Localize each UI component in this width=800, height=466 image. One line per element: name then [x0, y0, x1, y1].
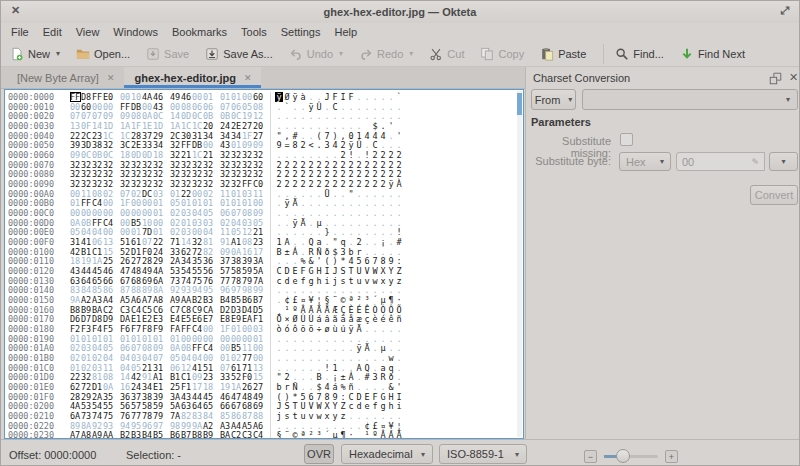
hex-row[interactable]: 0000:0030130F141D1A1F1E1D1A1C1C20242E272… — [8, 121, 515, 131]
hex-row[interactable]: 0000:01900101010101010101010000000000000… — [8, 334, 515, 344]
window-restore-icon[interactable]: ⤢ — [780, 4, 789, 17]
redo-button[interactable]: Redo▾ — [354, 44, 418, 64]
zoom-out-button[interactable]: − — [584, 450, 597, 463]
substitute-byte-dropdown[interactable]: ▾ — [769, 152, 798, 171]
row-bytes: 001108020702DC030122000211010311 — [70, 189, 264, 199]
hex-row[interactable]: 0000:0220898A92939495969798999AA2A3A4A5A… — [8, 421, 515, 431]
save-button[interactable]: Save — [141, 44, 194, 64]
window-close-icon[interactable]: ✕ — [11, 4, 20, 17]
detach-panel-icon[interactable] — [769, 72, 782, 85]
row-bytes: 0504040000017D010203000411051221 — [70, 227, 264, 237]
convert-button[interactable]: Convert — [750, 185, 798, 205]
hex-row[interactable]: 0000:01D022328108144291A1B1C109233352F01… — [8, 372, 515, 382]
menu-item-settings[interactable]: Settings — [274, 24, 328, 40]
hex-row[interactable]: 0000:00C00000000000000001020304050607080… — [8, 208, 515, 218]
scrollbar-thumb[interactable] — [517, 93, 522, 115]
hex-row[interactable]: 0000:00803232323232323232323232323232323… — [8, 169, 515, 179]
hex-row[interactable]: 0000:0120434445464748494A535455565758595… — [8, 266, 515, 276]
row-offset: 0000:0180 — [8, 324, 64, 334]
hex-row[interactable]: 0000:01E06272D10A162434E125F11718191A262… — [8, 382, 515, 392]
hex-row[interactable]: 0000:0060090C0B0C180D0D1832211C213232323… — [8, 150, 515, 160]
undo-button[interactable]: Undo▾ — [284, 44, 348, 64]
copy-button[interactable]: Copy — [475, 44, 529, 64]
status-bar: Offset: 0000:0000 Selection: - OVR Hexad… — [1, 439, 799, 466]
tab-new-byte-array[interactable]: [New Byte Array]✕ — [7, 67, 124, 88]
save-as-button[interactable]: Save As... — [200, 44, 278, 64]
find-next-button[interactable]: Find Next — [675, 44, 750, 64]
hex-row[interactable]: 0000:011018191A25262728292A3435363738393… — [8, 256, 515, 266]
hex-row[interactable]: 0000:01B00201020404030407050404000102770… — [8, 353, 515, 363]
tab-close-icon[interactable]: ✕ — [244, 73, 252, 83]
hex-row[interactable]: 0000:00F031410613516107227114328191A1082… — [8, 237, 515, 247]
zoom-slider[interactable] — [604, 455, 658, 458]
hex-row[interactable]: 0000:00A0001108020702DC03012200021101031… — [8, 189, 515, 199]
paste-button[interactable]: Paste — [535, 44, 591, 64]
hex-row[interactable]: 0000:0160B8B9BAC2C3C4C5C6C7C8C9CAD2D3D4D… — [8, 305, 515, 315]
hex-row[interactable]: 0000:02106A737475767778797A8283848586878… — [8, 411, 515, 421]
row-offset: 0000:0130 — [8, 276, 64, 286]
menu-item-tools[interactable]: Tools — [234, 24, 274, 40]
substitute-missing-checkbox[interactable] — [620, 133, 633, 146]
hex-row[interactable]: 0000:0040222C231C1C2837292C30313434341F2… — [8, 131, 515, 141]
row-characters: CDEFGHIJSTUVWXYZ — [270, 266, 403, 276]
hex-row[interactable]: 0000:01A002030405060708090A0BFFC400B5110… — [8, 343, 515, 353]
hex-row[interactable]: 0000:01F028292A35363738393A4344454647484… — [8, 392, 515, 402]
vertical-scrollbar[interactable] — [517, 91, 522, 437]
charset-select[interactable]: ISO-8859-1 ▾ — [439, 444, 527, 464]
row-offset: 0000:01E0 — [8, 382, 64, 392]
tab-close-icon[interactable]: ✕ — [107, 73, 115, 83]
hex-row[interactable]: 0000:0000FFD8FFE000104A46494600010101006… — [8, 92, 515, 102]
hex-row[interactable]: 0000:02004A535455565758595A6364656667686… — [8, 402, 515, 412]
menu-item-help[interactable]: Help — [327, 24, 364, 40]
title-bar[interactable]: ✕ ghex-hex-editor.jpg — Okteta ⤢ — [1, 1, 799, 23]
hex-row[interactable]: 0000:00200707070909080A0C140D0C0B0B0C191… — [8, 111, 515, 121]
hex-row[interactable]: 0000:01C00102031104052131061241510761711… — [8, 363, 515, 373]
tab-ghex-hex-editor[interactable]: ghex-hex-editor.jpg✕ — [124, 67, 261, 88]
menu-item-file[interactable]: File — [4, 24, 36, 40]
hex-editor-view[interactable]: 0000:0000FFD8FFE000104A46494600010101006… — [4, 89, 524, 439]
hex-row[interactable]: 0000:00903232323232323232323232323232FFC… — [8, 179, 515, 189]
menu-item-view[interactable]: View — [69, 24, 107, 40]
menu-item-windows[interactable]: Windows — [106, 24, 165, 40]
row-bytes: 00600000FFDB00430008060607060508 — [70, 102, 264, 112]
row-offset: 0000:0020 — [8, 111, 64, 121]
value-coding-select[interactable]: Hexadecimal ▾ — [341, 444, 433, 464]
find-next-icon — [680, 47, 694, 61]
hex-row[interactable]: 0000:00E00504040000017D01020300041105122… — [8, 227, 515, 237]
hex-row[interactable]: 0000:0170D6D7D8D9DAE1E2E3E4E5E6E7E8E9EAF… — [8, 314, 515, 324]
new-button[interactable]: New▾ — [5, 44, 65, 64]
hex-row[interactable]: 0000:0230A7A8A9AAB2B3B4B5B6B7B8B9BAC2C3C… — [8, 431, 515, 438]
row-characters: ................ — [270, 285, 403, 295]
chevron-down-icon: ▾ — [786, 95, 790, 104]
hex-row[interactable]: 0000:00703232323232323232323232323232323… — [8, 160, 515, 170]
target-charset-select[interactable]: ▾ — [582, 89, 798, 110]
conversion-direction-select[interactable]: From ▾ — [531, 89, 576, 110]
close-panel-icon[interactable]: ✕ — [789, 71, 798, 84]
hex-rows[interactable]: 0000:0000FFD8FFE000104A46494600010101006… — [8, 92, 515, 438]
hex-row[interactable]: 0000:001000600000FFDB0043000806060706050… — [8, 102, 515, 112]
hex-row[interactable]: 0000:010042B1C11552D1F02433627282090A161… — [8, 247, 515, 257]
hex-row[interactable]: 0000:0140838485868788898A929394959697989… — [8, 285, 515, 295]
hex-row[interactable]: 0000:00B001FFC4001F000001050101010101010… — [8, 198, 515, 208]
overwrite-mode-toggle[interactable]: OVR — [304, 444, 334, 464]
toolbar-separator — [603, 44, 604, 64]
find-button[interactable]: Find... — [610, 44, 669, 64]
zoom-slider-handle[interactable] — [616, 449, 630, 463]
row-characters: òóôõö÷øùúÿÄ..... — [270, 324, 403, 334]
menu-item-edit[interactable]: Edit — [36, 24, 69, 40]
zoom-in-button[interactable]: + — [665, 450, 678, 463]
substitute-byte-input[interactable]: 00 ✎ — [676, 152, 765, 171]
open-button[interactable]: Open... — [71, 44, 135, 64]
row-bytes: 090C0B0C180D0D1832211C2132323232 — [70, 150, 264, 160]
menu-item-bookmarks[interactable]: Bookmarks — [165, 24, 234, 40]
cut-button[interactable]: Cut — [424, 44, 469, 64]
hex-row[interactable]: 0000:00D00A0BFFC400B51000020103030204030… — [8, 218, 515, 228]
window-title: ghex-hex-editor.jpg — Okteta — [324, 6, 477, 18]
byte-format-select[interactable]: Hex ▾ — [619, 152, 671, 171]
row-characters: Ö×ØÙÚáâãäåæçèéêñ — [270, 314, 403, 324]
row-characters: JSTUVWXYZcdefghi — [270, 401, 403, 411]
hex-row[interactable]: 0000:0180F2F3F4F5F6F7F8F9FAFFC4001F01000… — [8, 324, 515, 334]
hex-row[interactable]: 0000:0050393D38323C2E333432FFDB004301090… — [8, 140, 515, 150]
hex-row[interactable]: 0000:01509AA2A3A4A5A6A7A8A9AAB2B3B4B5B6B… — [8, 295, 515, 305]
hex-row[interactable]: 0000:0130636465666768696A737475767778797… — [8, 276, 515, 286]
